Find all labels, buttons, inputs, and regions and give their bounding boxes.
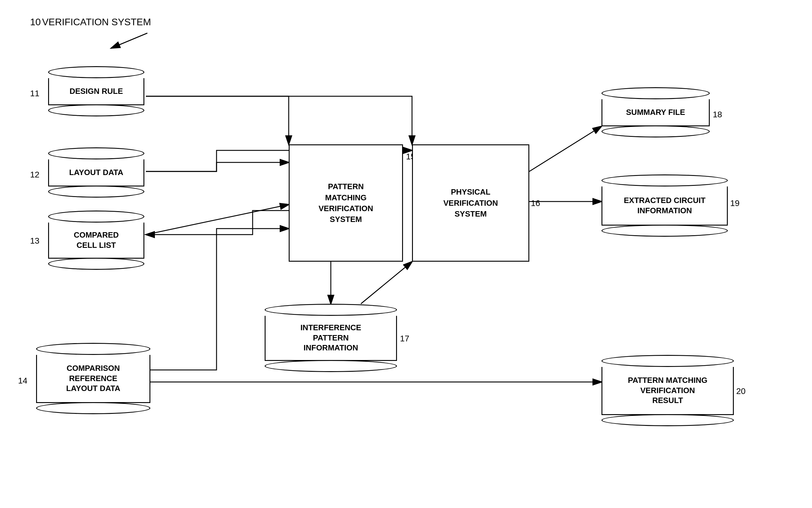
extracted-circuit-cylinder: EXTRACTED CIRCUITINFORMATION	[601, 174, 728, 237]
layout-data-id: 12	[30, 170, 39, 179]
summary-file-id: 18	[713, 110, 722, 119]
system-id-label: 10	[30, 16, 41, 28]
physical-verification-label: PHYSICALVERIFICATIONSYSTEM	[443, 186, 498, 219]
comparison-reference-label: COMPARISONREFERENCELAYOUT DATA	[66, 363, 120, 394]
svg-line-1	[111, 33, 147, 48]
extracted-circuit-id: 19	[730, 199, 739, 208]
design-rule-label: DESIGN RULE	[70, 86, 123, 96]
layout-data-label: LAYOUT DATA	[69, 168, 123, 178]
compared-cell-list-cylinder: COMPAREDCELL LIST	[48, 211, 144, 270]
pattern-matching-box: PATTERNMATCHINGVERIFICATIONSYSTEM	[289, 144, 403, 262]
design-rule-id: 11	[30, 89, 39, 98]
compared-cell-list-label: COMPAREDCELL LIST	[74, 230, 119, 251]
pattern-matching-result-id: 20	[736, 386, 745, 396]
design-rule-cylinder: DESIGN RULE	[48, 66, 144, 116]
system-title-label: VERIFICATION SYSTEM	[42, 16, 151, 28]
diagram: 10 VERIFICATION SYSTEM DESIGN RULE 11 LA…	[0, 0, 812, 508]
pattern-matching-label: PATTERNMATCHINGVERIFICATIONSYSTEM	[318, 181, 373, 225]
comparison-reference-cylinder: COMPARISONREFERENCELAYOUT DATA	[36, 343, 151, 414]
pattern-matching-result-cylinder: PATTERN MATCHINGVERIFICATIONRESULT	[601, 355, 734, 426]
interference-pattern-id: 17	[400, 334, 409, 343]
svg-line-4	[361, 262, 412, 304]
summary-file-cylinder: SUMMARY FILE	[601, 87, 710, 137]
interference-pattern-cylinder: INTERFERENCEPATTERNINFORMATION	[265, 304, 397, 372]
comparison-reference-id: 14	[18, 376, 27, 386]
compared-cell-list-id: 13	[30, 236, 39, 246]
interference-pattern-label: INTERFERENCEPATTERNINFORMATION	[300, 323, 361, 353]
summary-file-label: SUMMARY FILE	[626, 108, 685, 118]
svg-line-5	[529, 126, 601, 171]
svg-line-2	[146, 205, 289, 235]
pattern-matching-result-label: PATTERN MATCHINGVERIFICATIONRESULT	[628, 375, 707, 406]
physical-verification-box: PHYSICALVERIFICATIONSYSTEM	[412, 144, 529, 262]
physical-verification-id: 16	[531, 199, 540, 208]
layout-data-cylinder: LAYOUT DATA	[48, 147, 144, 198]
extracted-circuit-label: EXTRACTED CIRCUITINFORMATION	[624, 196, 706, 216]
